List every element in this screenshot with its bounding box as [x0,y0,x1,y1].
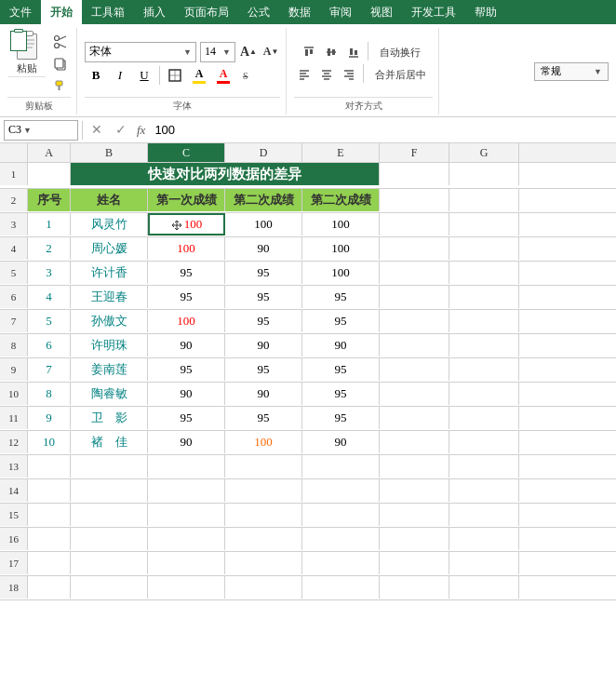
cell-d4[interactable]: 90 [225,237,302,260]
cell-e11[interactable]: 95 [302,407,380,429]
format-dropdown[interactable]: 常规 ▼ [534,62,609,81]
cell-e5[interactable]: 100 [302,262,380,284]
col-header-g[interactable]: G [449,143,519,162]
tab-data[interactable]: 数据 [279,0,320,24]
decrease-font-button[interactable]: A▼ [261,43,280,61]
cell-f4[interactable] [380,237,449,260]
cell-d9[interactable]: 95 [225,358,302,381]
cell-e3[interactable]: 100 [302,213,380,236]
wrap-text-button[interactable]: 自动换行 [372,42,428,62]
font-size-selector[interactable]: 14 ▼ [200,42,235,62]
cell-d11[interactable]: 95 [225,407,302,429]
cell-c13[interactable] [148,455,225,478]
cell-b5[interactable]: 许计香 [71,262,148,284]
cell-d2[interactable]: 第二次成绩 [225,189,302,211]
cell-g13[interactable] [449,455,519,478]
cell-a4[interactable]: 2 [28,237,71,260]
strikethrough-button[interactable]: S [236,65,259,86]
cell-b6[interactable]: 王迎春 [71,286,148,308]
align-right-button[interactable] [339,64,359,85]
cell-e13[interactable] [302,455,380,478]
fill-color-button[interactable]: A [188,65,210,86]
tab-developer[interactable]: 开发工具 [402,0,465,24]
cell-e10[interactable]: 95 [302,383,380,405]
tab-view[interactable]: 视图 [361,0,402,24]
font-name-selector[interactable]: 宋体 ▼ [85,42,196,62]
paste-button[interactable]: 粘贴 [7,30,47,78]
row-num-11[interactable]: 11 [0,407,28,429]
col-header-f[interactable]: F [380,143,449,162]
cancel-formula-button[interactable]: ✕ [87,120,107,141]
row-num-1[interactable]: 1 [0,163,28,185]
col-header-b[interactable]: B [71,143,148,162]
cell-g10[interactable] [449,383,519,405]
cell-d10[interactable]: 90 [225,383,302,405]
cell-f12[interactable] [380,431,449,453]
border-button[interactable] [164,65,186,86]
cell-a7[interactable]: 5 [28,310,71,332]
row-num-5[interactable]: 5 [0,262,28,284]
cell-a2[interactable]: 序号 [28,189,71,211]
cell-a6[interactable]: 4 [28,286,71,308]
bold-button[interactable]: B [85,65,107,86]
cell-g9[interactable] [449,358,519,381]
cell-g5[interactable] [449,262,519,284]
align-top-button[interactable] [299,42,319,62]
cell-e7[interactable]: 95 [302,310,380,332]
cell-f13[interactable] [380,455,449,478]
row-num-10[interactable]: 10 [0,383,28,405]
align-middle-button[interactable] [321,42,341,62]
row-num-12[interactable]: 12 [0,431,28,453]
cell-f6[interactable] [380,286,449,308]
cell-b4[interactable]: 周心媛 [71,237,148,260]
cell-f1[interactable] [380,163,449,185]
cell-f5[interactable] [380,262,449,284]
cell-f3[interactable] [380,213,449,236]
col-header-d[interactable]: D [225,143,302,162]
cell-a10[interactable]: 8 [28,383,71,405]
cell-g7[interactable] [449,310,519,332]
cell-e6[interactable]: 95 [302,286,380,308]
cell-g4[interactable] [449,237,519,260]
row-num-6[interactable]: 6 [0,286,28,308]
row-num-14[interactable]: 14 [0,479,28,502]
tab-layout[interactable]: 页面布局 [175,0,238,24]
cell-b8[interactable]: 许明珠 [71,334,148,357]
tab-review[interactable]: 审阅 [320,0,361,24]
row-num-13[interactable]: 13 [0,455,28,478]
font-color-button[interactable]: A [212,65,234,86]
cell-e2[interactable]: 第二次成绩 [302,189,380,211]
cell-e9[interactable]: 95 [302,358,380,381]
cell-c7[interactable]: 100 [148,310,225,332]
row-num-7[interactable]: 7 [0,310,28,332]
cell-c8[interactable]: 90 [148,334,225,357]
row-num-15[interactable]: 15 [0,504,28,526]
cell-c11[interactable]: 95 [148,407,225,429]
formula-input[interactable] [151,120,612,141]
cell-g3[interactable] [449,213,519,236]
cell-b2[interactable]: 姓名 [71,189,148,211]
cell-d12[interactable]: 100 [225,431,302,453]
cell-f8[interactable] [380,334,449,357]
cell-g6[interactable] [449,286,519,308]
copy-button[interactable] [50,54,71,74]
row-num-17[interactable]: 17 [0,552,28,574]
cell-a8[interactable]: 6 [28,334,71,357]
cell-e8[interactable]: 90 [302,334,380,357]
cell-c10[interactable]: 90 [148,383,225,405]
tab-help[interactable]: 帮助 [465,0,506,24]
cell-d7[interactable]: 95 [225,310,302,332]
cell-b11[interactable]: 卫 影 [71,407,148,429]
cell-a5[interactable]: 3 [28,262,71,284]
cut-button[interactable] [50,32,71,52]
cell-b3[interactable]: 风灵竹 [71,213,148,236]
increase-font-button[interactable]: A▲ [239,43,258,61]
cell-a12[interactable]: 10 [28,431,71,453]
cell-e12[interactable]: 90 [302,431,380,453]
row-num-9[interactable]: 9 [0,358,28,381]
row-num-2[interactable]: 2 [0,189,28,211]
row-num-8[interactable]: 8 [0,334,28,357]
cell-f10[interactable] [380,383,449,405]
cell-g12[interactable] [449,431,519,453]
cell-a1[interactable] [28,163,71,185]
